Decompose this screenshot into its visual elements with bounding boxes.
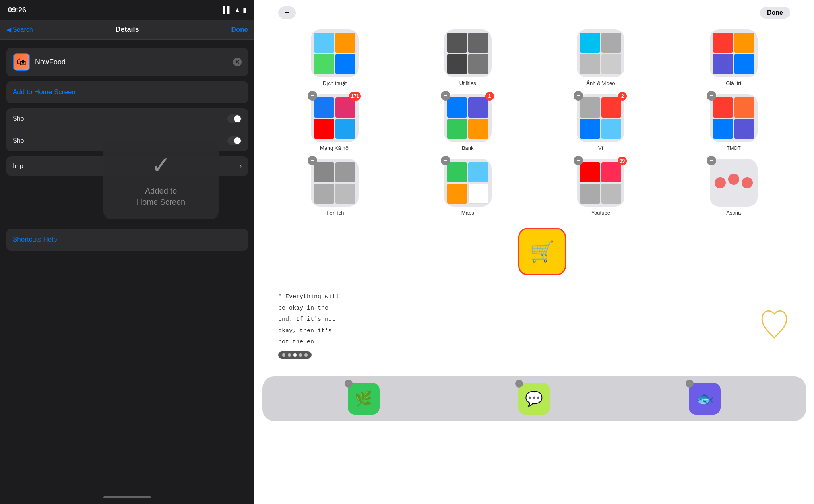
checkmark-icon: ✓: [151, 151, 171, 179]
battery-icon: ▮: [243, 6, 246, 14]
add-to-home-label: Add to Home Screen: [13, 88, 76, 96]
nowfood-icon-glyph: 🛒: [530, 240, 554, 263]
shortcut1-row: Sho: [13, 108, 242, 130]
badge-youtube: 39: [618, 157, 627, 165]
nav-done-button[interactable]: Done: [231, 26, 248, 34]
folder-youtube[interactable]: − 39 Youtube: [536, 159, 665, 216]
folder-tmdt-icon: −: [710, 94, 758, 142]
nav-bar: ◀ Search Details Done: [0, 20, 254, 40]
folder-dich-thuat-icon: [311, 29, 359, 77]
homescreen-panel: + Done Dịch thuật Utilities: [254, 0, 814, 504]
home-bar: [103, 496, 151, 498]
add-to-home-button[interactable]: Add to Home Screen: [6, 81, 248, 103]
folder-dich-thuat-label: Dịch thuật: [323, 80, 347, 86]
folder-tien-ich-label: Tiện ích: [326, 210, 344, 216]
plus-icon: +: [285, 8, 289, 17]
folder-utilities-icon: [444, 29, 492, 77]
quote-text: " Everything will be okay in the end. If…: [278, 291, 790, 348]
home-indicator: [0, 490, 254, 504]
folder-maps[interactable]: − Maps: [403, 159, 533, 216]
folder-utilities[interactable]: Utilities: [403, 29, 533, 86]
dock-minus-3[interactable]: −: [686, 380, 694, 388]
chevron-right-icon: ›: [240, 163, 242, 170]
folder-asana-icon: −: [710, 159, 758, 207]
shortcuts-help-button[interactable]: Shortcuts Help: [6, 229, 248, 251]
folder-tmdt-label: TMĐT: [727, 145, 741, 151]
folder-youtube-icon: − 39: [577, 159, 624, 207]
minus-icon-tmdt[interactable]: −: [707, 91, 716, 101]
folder-giai-tri-label: Giải trí: [726, 80, 741, 86]
content-area: 🛍 NowFood ✕ Add to Home Screen Sho Sho: [0, 40, 254, 490]
app-name-row: 🛍 NowFood ✕: [6, 48, 248, 76]
quote-widget: " Everything will be okay in the end. If…: [270, 283, 798, 368]
folder-asana[interactable]: − Asana: [669, 159, 798, 216]
dock-app-2[interactable]: − 💬: [518, 383, 550, 415]
badge-mxh: 171: [349, 92, 361, 101]
folder-giai-tri[interactable]: Giải trí: [669, 29, 798, 86]
shortcut1-label: Sho: [13, 115, 24, 122]
folder-maps-icon: −: [444, 159, 492, 207]
folder-youtube-label: Youtube: [591, 210, 610, 216]
app-name-text: NowFood: [35, 58, 228, 66]
app-icon-glyph: 🛍: [17, 56, 26, 68]
folder-giai-tri-icon: [710, 29, 758, 77]
dock: − 🌿 − 💬 − 🐟: [262, 376, 806, 421]
back-button[interactable]: ◀ Search: [6, 26, 33, 33]
signal-icon: ▌▌: [223, 6, 232, 14]
shortcut2-label: Sho: [13, 137, 24, 144]
folder-anh-video[interactable]: Ảnh & Video: [536, 29, 665, 86]
wifi-icon: ▲: [234, 6, 240, 14]
folder-utilities-label: Utilities: [459, 80, 476, 86]
folder-vi-label: Ví: [598, 145, 603, 151]
shortcut2-toggle[interactable]: [227, 136, 242, 145]
folder-bank[interactable]: − 1 Bank: [403, 94, 533, 151]
folder-vi[interactable]: − 2 Ví: [536, 94, 665, 151]
status-icons: ▌▌ ▲ ▮: [223, 6, 246, 14]
folder-tmdt[interactable]: − TMĐT: [669, 94, 798, 151]
folder-tien-ich[interactable]: − Tiện ích: [270, 159, 399, 216]
import-label: Imp: [13, 163, 23, 170]
dock-app-3[interactable]: − 🐟: [689, 383, 721, 415]
folder-maps-label: Maps: [461, 210, 474, 216]
badge-bank: 1: [485, 92, 494, 101]
overlay-message: Added toHome Screen: [137, 185, 185, 207]
clear-button[interactable]: ✕: [233, 58, 242, 66]
folder-mang-xa-hoi[interactable]: − 171 Mạng Xã hội: [270, 94, 399, 151]
homescreen-top-bar: + Done: [254, 0, 814, 25]
folder-bank-icon: − 1: [444, 94, 492, 142]
back-chevron-icon: ◀: [6, 26, 11, 33]
add-button[interactable]: +: [278, 6, 296, 19]
folder-mang-xa-hoi-label: Mạng Xã hội: [320, 145, 350, 151]
folder-dich-thuat[interactable]: Dịch thuật: [270, 29, 399, 86]
lone-app-area: 🛒: [270, 228, 814, 275]
status-bar: 09:26 ▌▌ ▲ ▮: [0, 0, 254, 20]
dock-app-2-icon: 💬: [525, 390, 543, 407]
dock-minus-1[interactable]: −: [345, 380, 353, 388]
dock-minus-2[interactable]: −: [515, 380, 523, 388]
dock-app-1[interactable]: − 🌿: [348, 383, 380, 415]
nowfood-app-icon[interactable]: 🛒: [518, 228, 566, 275]
folder-bank-label: Bank: [462, 145, 474, 151]
folder-vi-icon: − 2: [577, 94, 624, 142]
minus-icon-maps[interactable]: −: [441, 156, 450, 165]
toggle-knob2: [234, 137, 241, 144]
nav-title: Details: [115, 25, 139, 34]
folder-tien-ich-icon: −: [311, 159, 359, 207]
iphone-panel: 09:26 ▌▌ ▲ ▮ ◀ Search Details Done 🛍 Now…: [0, 0, 254, 504]
app-icon: 🛍: [13, 53, 30, 71]
time-display: 09:26: [8, 6, 26, 14]
minus-icon-asana[interactable]: −: [707, 156, 716, 165]
back-label: Search: [13, 26, 33, 33]
added-overlay: ✓ Added toHome Screen: [103, 139, 219, 219]
folder-anh-video-icon: [577, 29, 624, 77]
folder-asana-label: Asana: [726, 210, 741, 216]
minus-icon-bank[interactable]: −: [441, 91, 450, 101]
badge-vi: 2: [618, 92, 627, 101]
done-button[interactable]: Done: [760, 7, 790, 19]
folder-mang-xa-hoi-icon: − 171: [311, 94, 359, 142]
shortcuts-help-label: Shortcuts Help: [13, 236, 57, 243]
dock-app-3-icon: 🐟: [696, 390, 714, 407]
toggle-knob: [234, 115, 241, 122]
shortcut1-toggle[interactable]: [227, 114, 242, 123]
folder-anh-video-label: Ảnh & Video: [586, 80, 615, 86]
